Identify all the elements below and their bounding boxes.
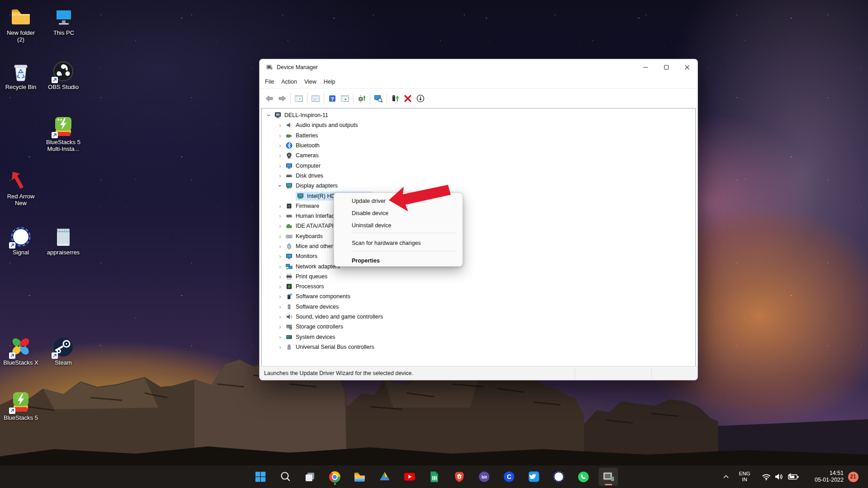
chevron-collapsed-icon[interactable]: › — [276, 273, 284, 280]
taskbar-coinbase-button[interactable]: C — [496, 468, 521, 486]
tree-item-network-adapters[interactable]: ›Network adapters — [262, 261, 695, 271]
toolbar-console-play-button[interactable] — [339, 92, 351, 105]
context-menu-properties[interactable]: Properties — [336, 254, 460, 267]
chevron-collapsed-icon[interactable]: › — [276, 152, 284, 159]
desktop-icon-recycle-bin[interactable]: Recycle Bin — [0, 61, 42, 90]
chevron-collapsed-icon[interactable]: › — [276, 163, 284, 169]
chevron-collapsed-icon[interactable]: › — [276, 344, 284, 350]
chevron-collapsed-icon[interactable]: › — [276, 314, 284, 320]
toolbar-update-driver-button[interactable] — [389, 92, 401, 105]
tree-item-system-devices[interactable]: ›System devices — [262, 332, 695, 342]
context-menu-disable-device[interactable]: Disable device — [336, 207, 460, 219]
minimize-button[interactable] — [635, 59, 656, 75]
context-menu-scan-for-hardware-changes[interactable]: Scan for hardware changes — [336, 237, 460, 249]
toolbar-disable-device-button[interactable] — [414, 92, 427, 105]
chevron-collapsed-icon[interactable]: › — [276, 173, 284, 179]
toolbar-scan-hardware-button[interactable] — [372, 92, 385, 105]
taskbar-google-drive-button[interactable] — [372, 468, 397, 486]
taskbar-whatsapp-button[interactable] — [571, 468, 596, 486]
menu-action[interactable]: Action — [278, 77, 301, 87]
toolbar-properties-button[interactable] — [309, 92, 322, 105]
maximize-button[interactable] — [656, 59, 677, 75]
chevron-expanded-icon[interactable]: › — [266, 111, 272, 120]
taskbar-twitter-button[interactable] — [521, 468, 546, 486]
chevron-collapsed-icon[interactable]: › — [276, 283, 284, 290]
desktop-icon-this-pc[interactable]: This PC — [42, 6, 85, 36]
tray-volume[interactable] — [773, 465, 786, 488]
toolbar-gear-update-button[interactable] — [355, 92, 368, 105]
toolbar-forward-button[interactable] — [276, 92, 288, 105]
taskbar-youtube-button[interactable] — [397, 468, 422, 486]
toolbar-help-button[interactable] — [326, 92, 339, 105]
toolbar-console-tree-button[interactable] — [292, 92, 305, 105]
chevron-collapsed-icon[interactable]: › — [276, 233, 284, 239]
tree-item-software-devices[interactable]: ›Software devices — [262, 302, 695, 312]
taskbar-sheets-button[interactable] — [422, 468, 447, 486]
menu-help[interactable]: Help — [320, 77, 339, 87]
chevron-collapsed-icon[interactable]: › — [276, 243, 284, 249]
taskbar-signal-button[interactable] — [546, 468, 571, 486]
tree-item-disk-drives[interactable]: ›Disk drives — [262, 171, 695, 181]
desktop-icon-new-folder[interactable]: New folder(2) — [0, 6, 42, 43]
chevron-collapsed-icon[interactable]: › — [276, 122, 284, 128]
tree-item-monitors[interactable]: ›Monitors — [262, 251, 695, 261]
context-menu-uninstall-device[interactable]: Uninstall device — [336, 219, 460, 231]
chevron-collapsed-icon[interactable]: › — [276, 304, 284, 310]
desktop-icon-signal[interactable]: Signal — [0, 226, 42, 256]
tree-item-bluetooth[interactable]: ›Bluetooth — [262, 141, 695, 150]
tree-item-mice-and-other-pointing-devices[interactable]: ›Mice and other pointing devices — [262, 241, 695, 251]
desktop-icon-appraiserres[interactable]: appraiserres — [42, 226, 85, 256]
tree-item-storage-controllers[interactable]: ›Storage controllers — [262, 322, 695, 332]
chevron-collapsed-icon[interactable]: › — [276, 263, 284, 270]
taskbar-file-explorer-button[interactable] — [347, 468, 372, 486]
chevron-collapsed-icon[interactable]: › — [276, 324, 284, 330]
taskbar-search-button[interactable] — [273, 468, 297, 486]
menu-file[interactable]: File — [261, 77, 278, 87]
taskbar-device-manager-button[interactable] — [596, 468, 621, 486]
tree-item-sound-video-and-game-controllers[interactable]: ›Sound, video and game controllers — [262, 312, 695, 322]
window-titlebar[interactable]: Device Manager — [259, 59, 698, 75]
desktop-icon-bluestacks-x[interactable]: BlueStacks X — [0, 336, 42, 366]
tray-show-hidden-icons[interactable] — [720, 465, 732, 488]
chevron-collapsed-icon[interactable]: › — [276, 253, 284, 259]
chevron-expanded-icon[interactable]: › — [277, 182, 283, 190]
tree-item-batteries[interactable]: ›Batteries — [262, 131, 695, 141]
taskbar-chrome-button[interactable] — [322, 468, 347, 486]
tree-item-firmware[interactable]: ›Firmware — [262, 201, 695, 211]
tree-item-processors[interactable]: ›Processors — [262, 282, 695, 291]
context-menu-update-driver[interactable]: Update driver — [336, 195, 460, 207]
tree-item-computer[interactable]: ›Computer — [262, 160, 695, 170]
tree-item-ide-ata-atapi-controllers[interactable]: ›IDE ATA/ATAPI controllers — [262, 221, 695, 231]
desktop-icon-steam[interactable]: Steam — [42, 336, 85, 366]
desktop-icon-red-arrow-new[interactable]: Red ArrowNew — [0, 170, 42, 206]
tray-clock[interactable]: 14:5105-01-2022 — [804, 465, 844, 488]
toolbar-back-button[interactable] — [263, 92, 276, 105]
tree-item-keyboards[interactable]: ›Keyboards — [262, 231, 695, 241]
taskbar-task-view-button[interactable] — [297, 468, 322, 486]
tree-item-display-adapters[interactable]: ›Display adapters — [262, 181, 695, 191]
desktop-icon-bluestacks5[interactable]: BlueStacks 5 — [0, 391, 42, 421]
desktop-icon-bluestacks5-multi[interactable]: BlueStacks 5Multi-Insta... — [42, 116, 85, 152]
tree-item-print-queues[interactable]: ›Print queues — [262, 272, 695, 282]
tree-item-intel-r-hd-graphics-620[interactable]: Intel(R) HD Graphics 620 — [262, 191, 695, 201]
toolbar-uninstall-device-button[interactable] — [401, 92, 414, 105]
chevron-collapsed-icon[interactable]: › — [276, 142, 284, 149]
taskbar-bitwarden-button[interactable]: bit — [472, 468, 496, 486]
taskbar-start-button[interactable] — [248, 468, 273, 486]
chevron-collapsed-icon[interactable]: › — [276, 203, 284, 209]
desktop-icon-obs-studio[interactable]: OBS Studio — [42, 61, 85, 90]
chevron-collapsed-icon[interactable]: › — [276, 293, 284, 300]
close-button[interactable] — [677, 59, 698, 75]
chevron-collapsed-icon[interactable]: › — [276, 334, 284, 340]
tray-battery[interactable] — [787, 465, 800, 488]
tree-item-software-components[interactable]: ›Software components — [262, 291, 695, 301]
tree-item-dell-inspiron-11[interactable]: ›DELL-Inspiron-11 — [262, 110, 695, 120]
tree-item-universal-serial-bus-controllers[interactable]: ›Universal Serial Bus controllers — [262, 342, 695, 352]
taskbar-brave-button[interactable] — [447, 468, 472, 486]
tray-language-indicator[interactable]: ENGIN — [736, 465, 753, 488]
tree-item-human-interface-devices[interactable]: ›Human Interface Devices — [262, 211, 695, 221]
tree-item-cameras[interactable]: ›Cameras — [262, 150, 695, 160]
tray-notification-badge[interactable]: 21 — [846, 465, 860, 488]
tray-wifi[interactable] — [760, 465, 772, 488]
chevron-collapsed-icon[interactable]: › — [276, 223, 284, 229]
